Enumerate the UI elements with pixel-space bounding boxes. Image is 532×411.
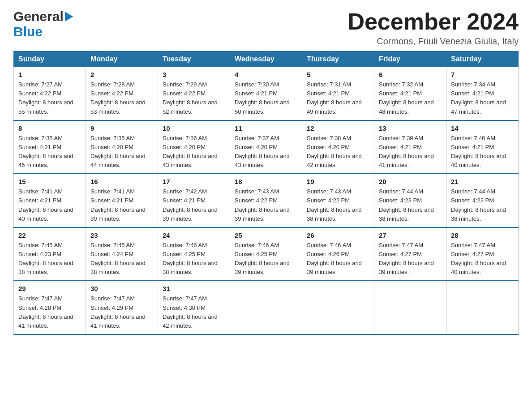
calendar-day-cell: 15Sunrise: 7:41 AMSunset: 4:21 PMDayligh… [14,174,86,227]
weekday-header-wednesday: Wednesday [230,51,302,67]
month-title: December 2024 [348,9,519,34]
day-number: 20 [379,178,442,185]
day-number: 29 [18,285,81,292]
day-info: Sunrise: 7:35 AMSunset: 4:21 PMDaylight:… [18,134,81,170]
day-number: 10 [163,124,225,132]
logo: General Blue [13,9,73,39]
day-info: Sunrise: 7:27 AMSunset: 4:22 PMDaylight:… [18,80,81,116]
calendar-day-cell: 9Sunrise: 7:35 AMSunset: 4:20 PMDaylight… [86,120,158,174]
day-info: Sunrise: 7:42 AMSunset: 4:21 PMDaylight:… [163,187,225,223]
calendar-day-cell: 20Sunrise: 7:44 AMSunset: 4:23 PMDayligh… [374,174,446,227]
day-number: 2 [90,71,153,78]
calendar-day-cell: 16Sunrise: 7:41 AMSunset: 4:21 PMDayligh… [86,174,158,227]
day-number: 28 [451,231,514,239]
calendar-day-cell [230,281,302,334]
calendar-day-cell: 26Sunrise: 7:46 AMSunset: 4:26 PMDayligh… [302,227,374,281]
day-number: 12 [307,124,369,132]
day-number: 27 [379,231,442,239]
calendar-day-cell [302,281,374,334]
day-number: 9 [90,124,153,132]
weekday-header-tuesday: Tuesday [158,51,230,67]
calendar-week-row: 22Sunrise: 7:45 AMSunset: 4:23 PMDayligh… [14,227,519,281]
weekday-header-row: SundayMondayTuesdayWednesdayThursdayFrid… [14,51,519,67]
day-info: Sunrise: 7:43 AMSunset: 4:22 PMDaylight:… [235,187,297,223]
day-number: 31 [163,285,225,292]
title-block: December 2024 Cormons, Friuli Venezia Gi… [348,9,519,47]
day-info: Sunrise: 7:41 AMSunset: 4:21 PMDaylight:… [18,187,81,223]
day-info: Sunrise: 7:46 AMSunset: 4:25 PMDaylight:… [163,241,225,277]
day-number: 21 [451,178,514,185]
day-number: 13 [379,124,442,132]
calendar-week-row: 29Sunrise: 7:47 AMSunset: 4:28 PMDayligh… [14,281,519,334]
day-number: 24 [163,231,225,239]
day-info: Sunrise: 7:37 AMSunset: 4:20 PMDaylight:… [235,134,297,170]
day-info: Sunrise: 7:29 AMSunset: 4:22 PMDaylight:… [163,80,225,116]
day-info: Sunrise: 7:30 AMSunset: 4:21 PMDaylight:… [235,80,297,116]
calendar-day-cell: 1Sunrise: 7:27 AMSunset: 4:22 PMDaylight… [14,67,86,120]
day-info: Sunrise: 7:32 AMSunset: 4:21 PMDaylight:… [379,80,442,116]
day-number: 4 [235,71,297,78]
page-header: General Blue December 2024 Cormons, Friu… [13,9,519,47]
day-info: Sunrise: 7:41 AMSunset: 4:21 PMDaylight:… [90,187,153,223]
logo-blue-text: Blue [13,24,43,39]
weekday-header-saturday: Saturday [446,51,519,67]
calendar-day-cell: 28Sunrise: 7:47 AMSunset: 4:27 PMDayligh… [446,227,519,281]
calendar-day-cell: 8Sunrise: 7:35 AMSunset: 4:21 PMDaylight… [14,120,86,174]
calendar-day-cell: 4Sunrise: 7:30 AMSunset: 4:21 PMDaylight… [230,67,302,120]
calendar-day-cell: 14Sunrise: 7:40 AMSunset: 4:21 PMDayligh… [446,120,519,174]
day-info: Sunrise: 7:45 AMSunset: 4:24 PMDaylight:… [90,241,153,277]
calendar-day-cell: 22Sunrise: 7:45 AMSunset: 4:23 PMDayligh… [14,227,86,281]
day-info: Sunrise: 7:31 AMSunset: 4:21 PMDaylight:… [307,80,369,116]
day-number: 22 [18,231,81,239]
day-number: 25 [235,231,297,239]
calendar-day-cell: 10Sunrise: 7:36 AMSunset: 4:20 PMDayligh… [158,120,230,174]
calendar-day-cell: 17Sunrise: 7:42 AMSunset: 4:21 PMDayligh… [158,174,230,227]
day-info: Sunrise: 7:36 AMSunset: 4:20 PMDaylight:… [163,134,225,170]
day-info: Sunrise: 7:47 AMSunset: 4:27 PMDaylight:… [379,241,442,277]
weekday-header-monday: Monday [86,51,158,67]
calendar-day-cell: 31Sunrise: 7:47 AMSunset: 4:30 PMDayligh… [158,281,230,334]
day-number: 14 [451,124,514,132]
calendar-week-row: 15Sunrise: 7:41 AMSunset: 4:21 PMDayligh… [14,174,519,227]
day-number: 1 [18,71,81,78]
day-info: Sunrise: 7:38 AMSunset: 4:20 PMDaylight:… [307,134,369,170]
day-info: Sunrise: 7:45 AMSunset: 4:23 PMDaylight:… [18,241,81,277]
day-number: 7 [451,71,514,78]
day-number: 19 [307,178,369,185]
day-info: Sunrise: 7:47 AMSunset: 4:29 PMDaylight:… [90,294,153,330]
svg-marker-0 [65,12,73,21]
day-number: 15 [18,178,81,185]
day-number: 26 [307,231,369,239]
calendar-day-cell: 18Sunrise: 7:43 AMSunset: 4:22 PMDayligh… [230,174,302,227]
logo-general-text: General [13,9,64,24]
calendar-day-cell: 3Sunrise: 7:29 AMSunset: 4:22 PMDaylight… [158,67,230,120]
day-info: Sunrise: 7:47 AMSunset: 4:30 PMDaylight:… [163,294,225,330]
day-info: Sunrise: 7:44 AMSunset: 4:23 PMDaylight:… [379,187,442,223]
day-info: Sunrise: 7:40 AMSunset: 4:21 PMDaylight:… [451,134,514,170]
calendar-table: SundayMondayTuesdayWednesdayThursdayFrid… [13,51,519,335]
calendar-day-cell: 25Sunrise: 7:46 AMSunset: 4:25 PMDayligh… [230,227,302,281]
day-info: Sunrise: 7:47 AMSunset: 4:27 PMDaylight:… [451,241,514,277]
calendar-week-row: 8Sunrise: 7:35 AMSunset: 4:21 PMDaylight… [14,120,519,174]
day-number: 23 [90,231,153,239]
calendar-day-cell: 5Sunrise: 7:31 AMSunset: 4:21 PMDaylight… [302,67,374,120]
day-number: 6 [379,71,442,78]
day-number: 17 [163,178,225,185]
calendar-day-cell: 29Sunrise: 7:47 AMSunset: 4:28 PMDayligh… [14,281,86,334]
day-number: 5 [307,71,369,78]
logo-triangle-icon [65,12,73,23]
calendar-day-cell: 6Sunrise: 7:32 AMSunset: 4:21 PMDaylight… [374,67,446,120]
calendar-day-cell: 19Sunrise: 7:43 AMSunset: 4:22 PMDayligh… [302,174,374,227]
day-info: Sunrise: 7:43 AMSunset: 4:22 PMDaylight:… [307,187,369,223]
calendar-week-row: 1Sunrise: 7:27 AMSunset: 4:22 PMDaylight… [14,67,519,120]
day-number: 11 [235,124,297,132]
day-info: Sunrise: 7:35 AMSunset: 4:20 PMDaylight:… [90,134,153,170]
day-info: Sunrise: 7:34 AMSunset: 4:21 PMDaylight:… [451,80,514,116]
day-info: Sunrise: 7:47 AMSunset: 4:28 PMDaylight:… [18,294,81,330]
day-info: Sunrise: 7:46 AMSunset: 4:25 PMDaylight:… [235,241,297,277]
day-number: 3 [163,71,225,78]
day-number: 16 [90,178,153,185]
weekday-header-sunday: Sunday [14,51,86,67]
day-info: Sunrise: 7:44 AMSunset: 4:23 PMDaylight:… [451,187,514,223]
day-info: Sunrise: 7:39 AMSunset: 4:21 PMDaylight:… [379,134,442,170]
